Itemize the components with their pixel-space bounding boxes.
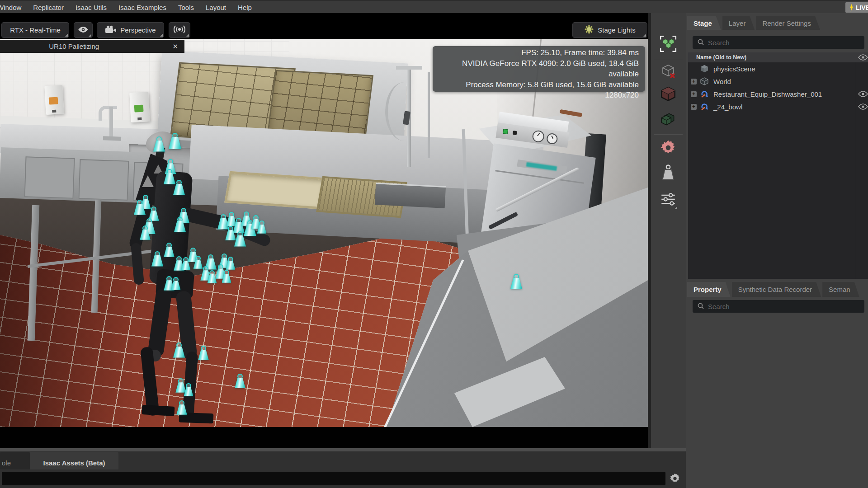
capture-button[interactable] — [169, 22, 190, 38]
panel-gap — [648, 13, 651, 448]
resolution-line: 1280x720 — [439, 90, 639, 101]
tree-row-restaurant_equip_dishwasher_001[interactable]: +Restaurant_Equip_Dishwasher_001 — [688, 88, 868, 100]
renderer-label: RTX - Real-Time — [10, 26, 61, 34]
weight-marker-icon — [164, 243, 174, 256]
weight-marker-icon — [134, 200, 146, 215]
stage-lights-label: Stage Lights — [598, 26, 635, 34]
lightning-bolt-icon — [849, 3, 854, 12]
menu-item-replicator[interactable]: Replicator — [33, 4, 64, 11]
weight-marker-icon — [198, 346, 208, 359]
prim-label: World — [713, 78, 731, 85]
weight-icon[interactable] — [658, 163, 678, 183]
eye-icon — [78, 26, 89, 34]
stage-lights-icon — [584, 24, 594, 36]
tree-row-_24_bowl[interactable]: +_24_bowl — [688, 100, 868, 113]
search-placeholder: Search — [708, 303, 730, 310]
visibility-eye-icon[interactable] — [858, 91, 868, 97]
prim-label: Restaurant_Equip_Dishwasher_001 — [713, 90, 822, 98]
search-icon — [697, 38, 704, 47]
search-placeholder: Search — [708, 39, 730, 47]
weight-marker-icon — [208, 270, 217, 282]
fps-line: FPS: 25.10, Frame time: 39.84 ms — [439, 47, 639, 58]
console-tab-isaac-assets-beta-[interactable]: Isaac Assets (Beta) — [30, 452, 118, 469]
stage-lights-button[interactable]: Stage Lights — [572, 22, 647, 38]
weight-marker-icon — [140, 225, 150, 239]
menu-item-isaac-examples[interactable]: Isaac Examples — [118, 4, 166, 11]
tab-layer[interactable]: Layer — [722, 16, 755, 30]
memory-line: Process Memory: 5.8 GiB used, 15.6 GiB a… — [439, 80, 639, 90]
weight-marker-icon — [226, 257, 236, 268]
visibility-column-eye-icon[interactable] — [858, 54, 868, 61]
prim-label: _24_bowl — [713, 103, 742, 111]
viewport[interactable]: RTX - Real-Time Perspective Stage Lights… — [0, 13, 648, 448]
tab-seman[interactable]: Seman — [822, 282, 859, 297]
performance-overlay: FPS: 25.10, Frame time: 39.84 ms NVIDIA … — [433, 46, 645, 92]
weight-marker-icon — [173, 343, 185, 357]
menu-item-isaac-utils[interactable]: Isaac Utils — [75, 4, 107, 11]
tree-row-world[interactable]: +World — [688, 75, 868, 88]
weight-marker-icon — [173, 180, 185, 195]
weight-marker-icon — [171, 277, 181, 289]
weight-marker-icon — [235, 374, 245, 387]
weight-marker-icon — [153, 136, 165, 151]
tree-sort-label: Name (Old to New) — [696, 54, 746, 61]
weight-marker-icon — [222, 270, 231, 282]
tree-row-physicsscene[interactable]: physicsScene — [688, 62, 868, 75]
red-cube-icon[interactable] — [658, 85, 678, 105]
assets-settings-gear-icon[interactable] — [669, 473, 681, 484]
stage-search-input[interactable]: Search — [693, 36, 864, 49]
prim-label: physicsScene — [713, 65, 755, 73]
gpu-line: NVIDIA GeForce RTX 4090: 2.0 GiB used, 1… — [439, 58, 639, 80]
weight-marker-icon — [169, 133, 182, 149]
console-tab-ole[interactable]: ole — [0, 452, 30, 469]
xform-prim-icon — [700, 102, 709, 111]
stage-panel-tabs: StageLayerRender Settings — [687, 16, 820, 30]
visibility-eye-icon[interactable] — [858, 103, 868, 110]
renderer-button[interactable]: RTX - Real-Time — [1, 22, 69, 38]
green-cube-icon[interactable] — [658, 110, 678, 130]
filter-sliders-icon[interactable] — [658, 189, 678, 209]
tab-stage[interactable]: Stage — [687, 16, 721, 30]
viewport-tab-title: UR10 Palletizing — [0, 42, 172, 50]
property-panel-tabs: PropertySynthetic Data RecorderSeman — [687, 282, 859, 297]
camera-label: Perspective — [120, 26, 156, 34]
weight-marker-icon — [510, 274, 522, 289]
tab-render-settings[interactable]: Render Settings — [756, 16, 820, 30]
weight-marker-icon — [184, 383, 193, 395]
right-panel: StageLayerRender Settings Search Name (O… — [686, 13, 868, 488]
expand-plus-icon[interactable]: + — [691, 104, 697, 110]
search-icon — [697, 302, 704, 311]
menu-items[interactable]: WindowReplicatorIsaac UtilsIsaac Example… — [0, 4, 252, 11]
physics-toolbar — [651, 13, 686, 448]
physics-disabled-cube-icon[interactable] — [658, 62, 678, 82]
live-label: LIVE — [856, 4, 868, 11]
tab-synthetic-data-recorder[interactable]: Synthetic Data Recorder — [732, 282, 821, 297]
menu-item-layout[interactable]: Layout — [206, 4, 226, 11]
stage-tree-header[interactable]: Name (Old to New) — [688, 52, 868, 62]
assets-filter-input[interactable] — [2, 472, 665, 485]
expand-plus-icon[interactable]: + — [691, 79, 697, 84]
close-icon[interactable]: ✕ — [172, 42, 178, 51]
visibility-button[interactable] — [74, 22, 93, 38]
capture-icon — [173, 25, 186, 35]
menu-item-tools[interactable]: Tools — [178, 4, 194, 11]
viewport-window-tab[interactable]: UR10 Palletizing ✕ — [0, 40, 184, 53]
column-divider — [856, 52, 856, 62]
tab-property[interactable]: Property — [687, 282, 731, 297]
physics-scene-icon — [700, 64, 709, 73]
menu-item-help[interactable]: Help — [238, 4, 252, 11]
viewport-letterbox — [0, 427, 648, 448]
weight-marker-icon — [234, 231, 246, 246]
expand-plus-icon[interactable]: + — [691, 91, 697, 97]
isaac-sim-window: { "colors": { "accent_cyan": "#35d6d0", … — [0, 0, 868, 488]
settings-gear-icon[interactable] — [658, 138, 678, 158]
weight-marker-icon — [257, 221, 267, 232]
select-cubes-icon[interactable] — [658, 34, 678, 54]
camera-button[interactable]: Perspective — [97, 22, 164, 38]
xform-prim-icon — [700, 89, 709, 99]
menu-item-window[interactable]: Window — [0, 4, 21, 11]
menu-bar: WindowReplicatorIsaac UtilsIsaac Example… — [0, 0, 868, 14]
property-search-input[interactable]: Search — [693, 300, 864, 313]
live-button[interactable]: LIVE — [845, 2, 868, 13]
world-cube-icon — [700, 77, 709, 86]
